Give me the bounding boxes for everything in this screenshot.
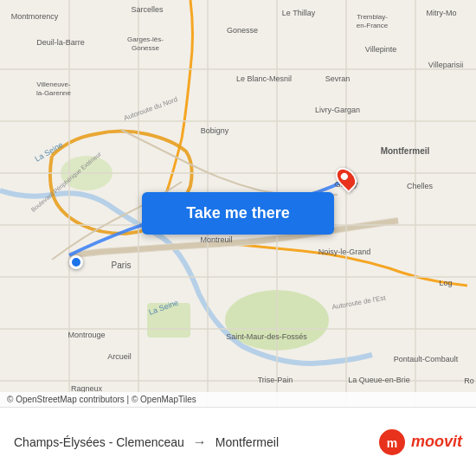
svg-text:Trise-Pain: Trise-Pain xyxy=(258,376,293,384)
destination-marker xyxy=(338,166,355,190)
svg-text:La Queue-en-Brie: La Queue-en-Brie xyxy=(348,376,410,384)
svg-text:Bobigny: Bobigny xyxy=(201,126,229,135)
moovit-brand-text: moovit xyxy=(411,433,462,451)
take-me-there-button[interactable]: Take me there xyxy=(142,192,334,235)
svg-text:Paris: Paris xyxy=(112,261,132,270)
svg-text:Montrouge: Montrouge xyxy=(68,331,105,339)
svg-text:Deuil-la-Barre: Deuil-la-Barre xyxy=(36,38,85,47)
svg-text:Mitry-Mo: Mitry-Mo xyxy=(427,9,457,17)
svg-text:la-Garenne: la-Garenne xyxy=(36,89,72,97)
route-to-label: Montfermeil xyxy=(215,435,279,449)
svg-text:Le Thillay: Le Thillay xyxy=(282,9,316,17)
map-area[interactable]: Sarcelles Gonesse Tremblay- en-France Mi… xyxy=(0,0,476,407)
svg-text:Gonesse: Gonesse xyxy=(227,26,258,35)
svg-text:Gonesse: Gonesse xyxy=(132,44,160,52)
svg-text:Montmorency: Montmorency xyxy=(11,12,59,21)
attribution-text: © OpenStreetMap contributors | © OpenMap… xyxy=(7,395,196,404)
route-from-label: Champs-Élysées - Clemenceau xyxy=(14,435,184,449)
svg-text:en-France: en-France xyxy=(357,22,389,29)
svg-text:Le Blanc-Mesnil: Le Blanc-Mesnil xyxy=(236,74,292,83)
moovit-logo: m moovit xyxy=(378,428,462,456)
origin-marker xyxy=(69,255,83,269)
svg-text:Montfermeil: Montfermeil xyxy=(381,146,430,156)
svg-text:Villeneuve-: Villeneuve- xyxy=(36,80,71,88)
svg-text:Saint-Maur-des-Fossés: Saint-Maur-des-Fossés xyxy=(226,332,307,341)
route-arrow-icon: → xyxy=(193,434,207,450)
svg-text:Garges-lès-: Garges-lès- xyxy=(127,35,164,43)
svg-text:Log: Log xyxy=(439,279,452,287)
bottom-navigation-bar: Champs-Élysées - Clemenceau → Montfermei… xyxy=(0,407,476,476)
svg-text:Ro: Ro xyxy=(464,376,474,385)
svg-text:Montreuil: Montreuil xyxy=(200,235,232,244)
svg-text:Noisy-le-Grand: Noisy-le-Grand xyxy=(318,248,371,256)
attribution-bar: © OpenStreetMap contributors | © OpenMap… xyxy=(0,392,476,407)
svg-text:Pontault-Combault: Pontault-Combault xyxy=(394,355,459,363)
svg-text:Villepinte: Villepinte xyxy=(365,45,396,54)
svg-text:Sarcelles: Sarcelles xyxy=(131,5,164,14)
app-container: Sarcelles Gonesse Tremblay- en-France Mi… xyxy=(0,0,476,476)
svg-text:Livry-Gargan: Livry-Gargan xyxy=(315,106,360,114)
moovit-icon-svg: m xyxy=(378,428,406,456)
svg-text:Chelles: Chelles xyxy=(407,182,434,190)
svg-text:Tremblay-: Tremblay- xyxy=(357,13,388,21)
svg-text:Sevran: Sevran xyxy=(325,74,351,83)
svg-text:Arcueil: Arcueil xyxy=(107,352,132,361)
svg-text:Villeparisii: Villeparisii xyxy=(428,61,463,69)
route-info: Champs-Élysées - Clemenceau → Montfermei… xyxy=(14,434,378,450)
svg-text:m: m xyxy=(387,436,397,450)
